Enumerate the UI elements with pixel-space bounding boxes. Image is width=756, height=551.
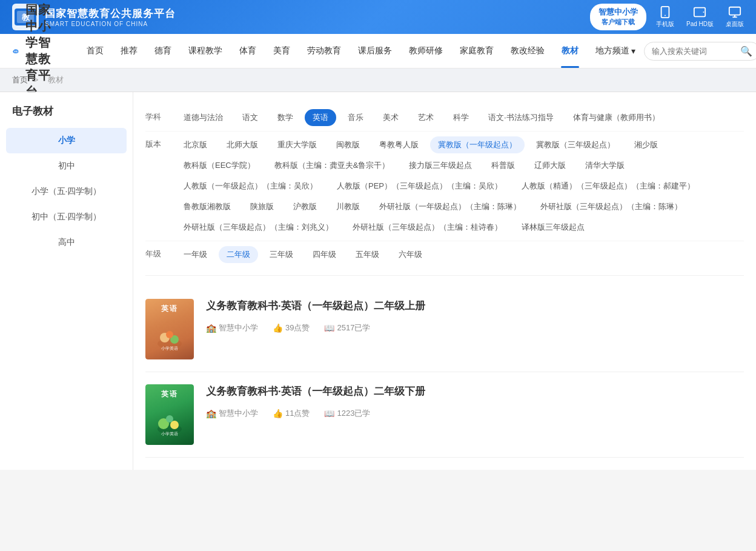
filter-subject-tags: 道德与法治 语文 数学 英语 音乐 美术 艺术 科学 语文·书法练习指导 体育与…: [176, 109, 668, 126]
filter-version-label: 版本: [145, 136, 170, 150]
search-icon[interactable]: 🔍: [740, 45, 752, 57]
filter-tag-lu[interactable]: 鲁教版湘教版: [176, 198, 239, 215]
filter-tag-science[interactable]: 科学: [445, 109, 477, 126]
sidebar-item-high[interactable]: 高中: [0, 230, 133, 255]
book-item-1: 英语 小学英语 义务教育教科书·英语（一年级起点）二年级上册: [145, 287, 744, 372]
filter-tag-ren1[interactable]: 人教版（一年级起点）（主编：吴欣）: [176, 178, 325, 195]
book-cover-art-2: 小学英语: [151, 402, 188, 438]
filter-grade-2[interactable]: 二年级: [219, 246, 258, 263]
like-icon-1: 👍: [273, 323, 283, 333]
filter-version-tags: 北京版 北师大版 重庆大学版 闽教版 粤教粤人版 冀教版（一年级起点） 冀教版（…: [176, 136, 744, 236]
chevron-down-icon: ▾: [631, 46, 635, 56]
learner-icon-2: 📖: [324, 409, 334, 418]
sidebar-item-primary54[interactable]: 小学（五·四学制）: [0, 179, 133, 204]
book-cover-art-1: 小学英语: [151, 316, 188, 353]
filter-tag-yuerenban[interactable]: 粤教粤人版: [371, 136, 426, 153]
filter-tag-english[interactable]: 英语: [305, 109, 336, 126]
filter-tag-xiangshao[interactable]: 湘少版: [626, 136, 666, 153]
sidebar-item-middle54[interactable]: 初中（五·四学制）: [0, 204, 133, 230]
platform-icons: 手机版 Pad HD版 桌面版: [656, 5, 744, 28]
nav-family[interactable]: 家庭教育: [451, 34, 502, 68]
filter-tag-fineart[interactable]: 美术: [375, 109, 406, 126]
nav-course[interactable]: 课程教学: [180, 34, 231, 68]
nav-local[interactable]: 地方频道 ▾: [587, 34, 644, 68]
book-cover-orange: 英语 小学英语: [145, 299, 194, 359]
svg-rect-8: [729, 7, 740, 15]
filter-tag-pep[interactable]: 人教版（PEP）（三年级起点）（主编：吴欣）: [329, 178, 510, 195]
filter-version-row: 版本 北京版 北师大版 重庆大学版 闽教版 粤教粤人版 冀教版（一年级起点） 冀…: [145, 132, 744, 241]
book-list: 英语 小学英语 义务教育教科书·英语（一年级起点）二年级上册: [145, 281, 744, 458]
filter-tag-beijing[interactable]: 北京版: [176, 136, 215, 153]
book-info-2: 义务教育教科书·英语（一年级起点）二年级下册 🏫 智慧中小学 👍 11点赞 📖: [206, 384, 744, 419]
book-name-2[interactable]: 义务教育教科书·英语（一年级起点）二年级下册: [206, 384, 744, 398]
filter-tag-music[interactable]: 音乐: [340, 109, 371, 126]
filter-tag-moral[interactable]: 道德与法治: [176, 109, 231, 126]
filter-tag-arts[interactable]: 艺术: [410, 109, 442, 126]
filter-tag-min[interactable]: 闽教版: [328, 136, 368, 153]
filter-tag-hu[interactable]: 沪教版: [285, 198, 325, 215]
filter-tag-chinese[interactable]: 语文: [234, 109, 266, 126]
book-cover-1[interactable]: 英语 小学英语: [145, 299, 194, 359]
search-input[interactable]: [652, 47, 737, 56]
filter-grade-4[interactable]: 四年级: [305, 246, 344, 263]
filter-tag-waiyan3c[interactable]: 外研社版（三年级起点）（主编：桂诗春）: [345, 219, 510, 236]
platform-desktop[interactable]: 桌面版: [726, 5, 744, 28]
sidebar-item-middle[interactable]: 初中: [0, 153, 133, 179]
filter-tag-bsnormal[interactable]: 北师大版: [219, 136, 266, 153]
filter-tag-waiyan3b[interactable]: 外研社版（三年级起点）（主编：刘兆义）: [176, 219, 341, 236]
filter-grade-tags: 一年级 二年级 三年级 四年级 五年级 六年级: [176, 246, 430, 263]
nav-reform[interactable]: 教改经验: [502, 34, 553, 68]
filter-tag-liaoshi[interactable]: 辽师大版: [526, 157, 574, 174]
platform-pad[interactable]: Pad HD版: [686, 5, 714, 28]
tablet-icon: [693, 5, 706, 19]
breadcrumb-home[interactable]: 首页: [12, 75, 28, 84]
nav-service[interactable]: 课后服务: [350, 34, 400, 68]
nav-moral[interactable]: 德育: [146, 34, 180, 68]
filter-tag-yilin[interactable]: 译林版三年级起点: [514, 219, 592, 236]
filter-grade-6[interactable]: 六年级: [391, 246, 430, 263]
book-name-1[interactable]: 义务教育教科书·英语（一年级起点）二年级上册: [206, 299, 744, 313]
nav-home[interactable]: 首页: [78, 34, 112, 68]
book-source-1: 🏫 智慧中小学: [206, 322, 258, 333]
filter-tag-shan[interactable]: 陕旅版: [242, 198, 282, 215]
book-info-1: 义务教育教科书·英语（一年级起点）二年级上册 🏫 智慧中小学 👍 39点赞 📖: [206, 299, 744, 333]
filter-tag-jibanv1[interactable]: 冀教版（一年级起点）: [430, 136, 525, 153]
filter-grade-5[interactable]: 五年级: [348, 246, 387, 263]
filter-tag-pe[interactable]: 体育与健康（教师用书）: [565, 109, 668, 126]
nav-teacher[interactable]: 教师研修: [400, 34, 451, 68]
filter-tag-eec[interactable]: 教科版（EEC学院）: [176, 157, 263, 174]
filter-tag-jibanv3[interactable]: 冀教版（三年级起点）: [528, 136, 623, 153]
breadcrumb-separator: >: [34, 75, 39, 84]
filter-tag-jintong[interactable]: 人教版（精通）（三年级起点）（主编：郝建平）: [514, 178, 703, 195]
filter-tag-cqu[interactable]: 重庆大学版: [270, 136, 325, 153]
filter-subject-label: 学科: [145, 109, 170, 122]
nav-labor[interactable]: 劳动教育: [299, 34, 350, 68]
filter-grade-3[interactable]: 三年级: [262, 246, 301, 263]
filter-tag-waiyan3[interactable]: 外研社版（三年级起点）（主编：陈琳）: [532, 198, 690, 215]
book-cover-2[interactable]: 英语 小学英语: [145, 384, 194, 445]
sidebar-item-primary[interactable]: 小学: [6, 128, 127, 153]
platform-mobile[interactable]: 手机版: [656, 5, 674, 28]
nav-textbook[interactable]: 教材: [553, 34, 587, 68]
nav-recommend[interactable]: 推荐: [112, 34, 146, 68]
book-meta-2: 🏫 智慧中小学 👍 11点赞 📖 1223已学: [206, 408, 744, 419]
book-learners-1: 📖 2517已学: [324, 322, 370, 333]
filter-tag-waiyan1[interactable]: 外研社版（一年级起点）（主编：陈琳）: [371, 198, 529, 215]
filter-grade-1[interactable]: 一年级: [176, 246, 215, 263]
filter-tag-calligraphy[interactable]: 语文·书法练习指导: [480, 109, 562, 126]
filter-tag-kepu[interactable]: 科普版: [483, 157, 523, 174]
book-likes-1: 👍 39点赞: [273, 322, 310, 333]
svg-point-24: [166, 415, 173, 422]
sidebar: 电子教材 小学 初中 小学（五·四学制） 初中（五·四学制） 高中: [0, 92, 133, 470]
nav-art[interactable]: 美育: [265, 34, 299, 68]
filter-tag-chuan[interactable]: 川教版: [328, 198, 368, 215]
filter-tag-qinghua[interactable]: 清华大学版: [577, 157, 632, 174]
nav-sport[interactable]: 体育: [231, 34, 265, 68]
logo-text: 国家智慧教育公共服务平台 SMART EDUCATION OF CHINA: [45, 7, 176, 27]
book-item-2: 英语 小学英语 义务教育教科书·英语（一年级起点）二年级下册: [145, 372, 744, 458]
like-icon-2: 👍: [273, 409, 283, 418]
download-button[interactable]: 智慧中小学 客户端下载: [590, 4, 646, 30]
filter-tag-math[interactable]: 数学: [270, 109, 301, 126]
filter-tag-gongya[interactable]: 教科版（主编：龚亚夫&鲁宗干）: [267, 157, 398, 174]
filter-tag-jieli[interactable]: 接力版三年级起点: [401, 157, 480, 174]
